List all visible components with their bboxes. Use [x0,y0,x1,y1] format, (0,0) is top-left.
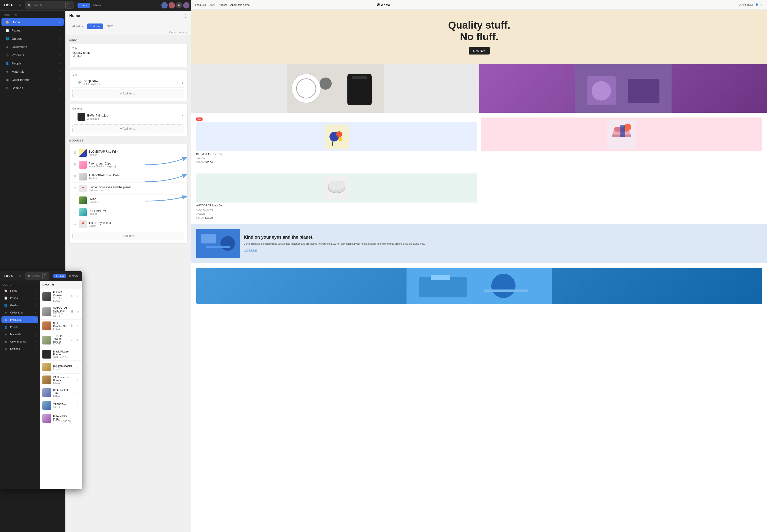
product-sort-8[interactable]: ⠿ [75,403,80,408]
product-sort-9[interactable]: ⠿ [75,416,80,421]
product-item-6[interactable]: ZAPI Incense Burner $30.00 ⠿ [40,374,82,386]
sidebar-item-pages[interactable]: 📄 Pages › [1,26,64,34]
nav-link-process[interactable]: Process [218,3,227,6]
tab-media[interactable]: Media [90,3,104,8]
drag-handle-autograf[interactable]: ⠿ [74,175,76,178]
edit-icon-btn[interactable]: ✎ [16,2,23,9]
version-bar: Current version [65,29,191,35]
product-sort-2[interactable]: ⠿ [69,323,74,328]
product-edit-3[interactable]: ✎ [75,338,80,343]
sidebar-item-people-2[interactable]: 👤 People › [1,324,38,330]
search-bar-2[interactable]: 🔍 ⌘ K [25,272,50,280]
product-sort-4[interactable]: ⠿ [75,352,80,357]
tab-all-fields[interactable]: All fields [69,23,86,29]
sidebar-item-color-themes[interactable]: ◉ Color themes › [1,76,64,84]
module-more-cta[interactable]: ⋮ [179,186,183,191]
chevron-icon-home: › [59,21,60,23]
drag-handle-blomst[interactable]: ⠿ [74,151,76,155]
product-item-8[interactable]: YEZIK Tray $40.00 ⠿ [40,399,82,412]
product-header-more[interactable]: ⋮ [77,283,80,287]
module-callout: ⠿ 📍 This is my callout Callout ⋮ [72,218,184,230]
drag-handle-living[interactable]: ⠿ [74,199,76,202]
product-sort-1[interactable]: ⠿ [70,309,75,314]
sidebar-item-guides-2[interactable]: 🌐 Guides › [1,302,38,309]
product-item-9[interactable]: BITZ Giclee Print $25.00 – $35.00 ⠿ [40,412,82,425]
content-more-bw[interactable]: ⋮ [180,115,184,119]
preview-autograf-grid: AUTOGRAF Soap Dish Stacy Holdberg 3 Colo… [196,173,762,219]
sidebar-item-guides[interactable]: 🌐 Guides › [1,35,64,42]
avatar-user[interactable] [183,2,189,8]
drag-handle-bw[interactable]: ⠿ [72,115,75,118]
title-textarea[interactable]: Quality stuff. No fluff. [72,51,184,63]
chevron-icon-color-themes: › [59,78,60,81]
module-more-luli[interactable]: ⋮ [179,210,183,215]
edit-icon-btn-2[interactable]: ✎ [16,273,23,280]
topbar-avatars: ⚙ [161,2,189,8]
product-item-0[interactable]: PUNKT Coaster $15.00 – $17.00 ⠿ ✎ [40,289,82,304]
module-more-living[interactable]: ⋮ [179,198,183,203]
product-item-3[interactable]: TRAFIK Tealight Holder $15.00 ⠿ ✎ [40,332,82,348]
module-more-blomst[interactable]: ⋮ [179,151,183,155]
sidebar-item-collections[interactable]: ◈ Collections › [1,43,64,51]
drag-handle-shopnow[interactable]: ⠿ [72,81,75,84]
more-options-icon[interactable]: ⋮ [183,13,188,18]
tab-desk-2[interactable]: 🖥 Desk [53,274,66,278]
search-input[interactable] [33,4,64,7]
preview-hero-btn[interactable]: Shop Now [469,47,490,55]
product-item-2[interactable]: BILLI Coaster Set $75.00 ⠿ ✎ [40,320,82,332]
sidebar-item-settings[interactable]: ⚙ Settings › [1,84,64,92]
search-input-2[interactable] [32,275,41,277]
product-item-7[interactable]: BIZU Trinket Tray $25.00 ⠿ [40,386,82,399]
add-link-btn[interactable]: + Add item... [72,89,184,98]
preview-cta-link[interactable]: Our process [244,249,257,251]
sidebar-2: Content 🏠 Home › 📄 Pages › 🌐 Guides › ◈ … [0,281,40,489]
product-sort-5[interactable]: ⠿ [75,365,80,369]
drag-handle-callout[interactable]: ⠿ [74,222,76,226]
tab-seo[interactable]: SEO [104,23,116,29]
sidebar-item-collections-2[interactable]: ◈ Collections › [1,309,38,316]
add-content-btn[interactable]: + Add item... [72,124,184,133]
tab-editorial[interactable]: Editorial [87,23,103,29]
avatar-gear[interactable]: ⚙ [176,2,182,8]
product-sort-7[interactable]: ⠿ [75,390,80,395]
sidebar-item-home-2[interactable]: 🏠 Home › [1,287,38,294]
nav-link-products[interactable]: Products [195,3,206,6]
drag-handle-cta[interactable]: ⠿ [74,187,76,190]
sidebar-item-settings-2[interactable]: ⚙ Settings › [1,345,38,352]
module-more-callout[interactable]: ⋮ [179,222,183,227]
product-item-1[interactable]: AUTOGRAF Soap Dish $35.00 – $35.00 ⠿ ✎ [40,304,82,320]
sidebar-item-pages-2[interactable]: 📄 Pages › [1,295,38,301]
thumb-callout: 📍 [79,220,87,228]
product-item-4[interactable]: Black Picture Frame $6.00 – $17.50 ⠿ [40,348,82,361]
sidebar-item-materials[interactable]: ◈ Materials › [1,68,64,75]
preview-hero: Quality stuff.No fluff. Shop Now [191,10,767,64]
product-item-5[interactable]: BU arch coaster $10.00 ⠿ [40,361,82,374]
module-more-autograf[interactable]: ⋮ [179,174,183,179]
product-name-5: BU arch coaster [53,364,73,367]
product-sort-6[interactable]: ⠿ [75,377,80,382]
product-price-3: $15.00 [53,343,67,346]
product-sort-0[interactable]: ⠿ [69,294,74,299]
sidebar-item-products[interactable]: ◇ Products › [1,51,64,59]
brand-logo-2: AKVA [2,274,15,278]
product-edit-2[interactable]: ✎ [75,323,80,328]
search-bar[interactable]: 🔍 ⌘ K [25,1,74,9]
product-edit-0[interactable]: ✎ [75,294,80,299]
sidebar-item-materials-2[interactable]: ◈ Materials › [1,331,38,338]
drag-handle-luli[interactable]: ⠿ [74,211,76,214]
tab-desk[interactable]: Desk [78,3,90,8]
link-more-shopnow[interactable]: ⋮ [180,80,184,85]
nav-link-story[interactable]: Story [209,3,215,6]
people-icon-2: 👤 [4,325,8,329]
product-sort-3[interactable]: ⠿ [69,338,74,343]
sidebar-item-people[interactable]: 👤 People › [1,59,64,67]
sidebar-item-products-2[interactable]: ◇ Products › [1,316,38,323]
sidebar-item-home[interactable]: 🏠 Home › [1,18,64,26]
product-edit-1[interactable]: ✎ [76,309,80,314]
add-module-btn[interactable]: + Add item... [72,232,184,240]
sidebar-item-color-themes-2[interactable]: ◉ Color themes › [1,338,38,345]
tab-media-2[interactable]: 🎬 Media [66,274,80,278]
drag-handle-pink[interactable]: ⠿ [74,163,76,166]
nav-link-about[interactable]: About this demo [230,3,250,6]
module-more-pink[interactable]: ⋮ [179,163,183,167]
